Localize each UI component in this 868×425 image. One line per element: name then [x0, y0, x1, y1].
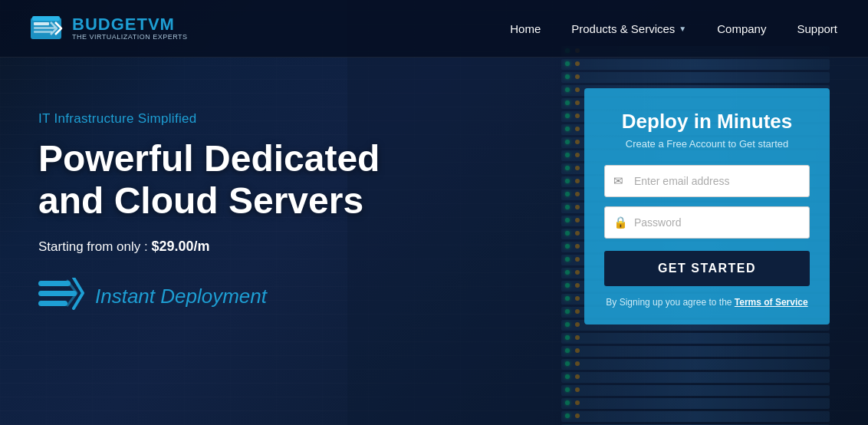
card-title: Deploy in Minutes	[604, 110, 810, 133]
tos-link[interactable]: Terms of Service	[735, 297, 808, 308]
hero-section: IT Infrastructure Simplified Powerful De…	[0, 58, 868, 425]
nav-company[interactable]: Company	[717, 22, 766, 35]
nav-support[interactable]: Support	[797, 22, 837, 35]
svg-rect-5	[38, 281, 71, 286]
hero-tagline: IT Infrastructure Simplified	[38, 111, 437, 127]
pricing-prefix: Starting from only :	[38, 239, 151, 254]
deploy-icon	[38, 278, 84, 315]
signup-card: Deploy in Minutes Create a Free Account …	[584, 88, 830, 325]
nav-products-label: Products & Services	[571, 22, 675, 35]
logo-name-part2: VM	[148, 15, 175, 34]
pricing-value: $29.00/m	[151, 239, 209, 254]
hero-title: Powerful Dedicated and Cloud Servers	[38, 137, 437, 222]
tos-prefix: By Signing up you agree to the	[606, 297, 734, 308]
svg-rect-1	[32, 16, 60, 21]
email-icon: ✉	[613, 174, 623, 188]
get-started-button[interactable]: GET STARTED	[604, 251, 810, 286]
email-input-group: ✉	[604, 165, 810, 197]
svg-rect-4	[34, 31, 52, 33]
svg-rect-2	[34, 22, 49, 25]
navbar: BUDGETVM The Virtualization Experts Home…	[0, 0, 868, 58]
deploy-text: Instant Deployment	[95, 285, 267, 308]
password-input-group: 🔒	[604, 206, 810, 239]
logo-sub-tagline: The Virtualization Experts	[72, 34, 188, 41]
nav-home[interactable]: Home	[510, 22, 541, 35]
hero-content: IT Infrastructure Simplified Powerful De…	[38, 96, 437, 315]
logo-name-part1: BUDGET	[72, 15, 148, 34]
tos-text: By Signing up you agree to the Terms of …	[604, 297, 810, 308]
logo[interactable]: BUDGETVM The Virtualization Experts	[31, 15, 188, 42]
svg-rect-7	[38, 301, 67, 306]
logo-text: BUDGETVM The Virtualization Experts	[72, 15, 188, 41]
nav-links: Home Products & Services ▼ Company Suppo…	[510, 22, 837, 35]
products-dropdown-arrow: ▼	[679, 25, 686, 33]
lock-icon: 🔒	[613, 216, 628, 229]
password-input[interactable]	[604, 206, 810, 239]
hero-title-line2: and Cloud Servers	[38, 180, 363, 221]
svg-rect-3	[34, 27, 55, 29]
instant-deploy-badge: Instant Deployment	[38, 278, 437, 315]
nav-products[interactable]: Products & Services ▼	[571, 22, 686, 35]
email-input[interactable]	[604, 165, 810, 197]
hero-title-line1: Powerful Dedicated	[38, 138, 380, 179]
pricing-text: Starting from only : $29.00/m	[38, 239, 437, 255]
card-subtitle: Create a Free Account to Get started	[604, 138, 810, 150]
deploy-label-colored: Deployment	[160, 285, 267, 308]
deploy-label-plain: Instant	[95, 285, 160, 308]
svg-rect-6	[38, 291, 77, 296]
logo-icon	[31, 15, 64, 42]
